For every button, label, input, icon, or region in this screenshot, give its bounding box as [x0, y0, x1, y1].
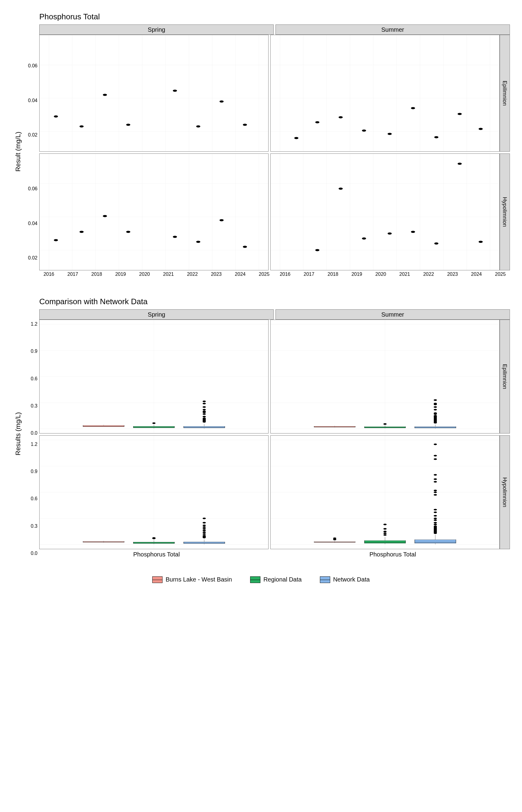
svg-point-61: [196, 241, 200, 243]
x-category-label: Phosphorus Total: [39, 551, 274, 558]
row-facet-header: Hypolimnion: [500, 435, 510, 549]
svg-point-203: [383, 524, 387, 525]
svg-rect-170: [184, 542, 225, 544]
svg-rect-134: [415, 427, 456, 428]
svg-point-150: [434, 403, 437, 404]
chart1-yticks: 0.020.040.060.020.040.06: [24, 24, 39, 279]
svg-rect-160: [83, 542, 124, 542]
legend-item: Network Data: [320, 576, 370, 583]
row-facet-header: Hypolimnion: [500, 154, 510, 270]
svg-rect-206: [415, 540, 456, 544]
chart2-ylabel: Results (mg/L): [14, 412, 22, 455]
chart1-xaxis: 2016201720182019202020212022202320242025…: [39, 271, 510, 279]
svg-point-17: [173, 90, 177, 92]
svg-point-179: [203, 526, 206, 528]
svg-point-81: [411, 231, 415, 233]
svg-point-176: [203, 532, 206, 533]
svg-point-19: [220, 101, 224, 103]
svg-point-177: [203, 530, 206, 531]
svg-point-58: [103, 215, 107, 217]
svg-point-77: [315, 249, 320, 251]
svg-point-202: [383, 528, 387, 530]
box-panel: [270, 435, 500, 549]
col-facet-header: Spring: [39, 309, 274, 320]
svg-point-217: [434, 524, 437, 525]
row-facet-header: Epilimnion: [500, 35, 510, 151]
svg-point-115: [203, 403, 206, 404]
svg-point-79: [362, 238, 366, 240]
legend-item: Regional Data: [250, 576, 302, 583]
svg-point-35: [315, 121, 320, 123]
svg-point-84: [479, 241, 483, 243]
chart2-col-headers: SpringSummer: [39, 309, 510, 320]
svg-rect-97: [133, 427, 174, 428]
chart2-yticks: 0.00.30.60.91.20.00.30.60.91.2: [24, 309, 39, 558]
svg-point-14: [79, 125, 84, 127]
svg-point-113: [203, 409, 206, 410]
svg-rect-125: [314, 426, 355, 427]
svg-point-112: [203, 410, 206, 412]
col-facet-header: Summer: [276, 24, 510, 35]
svg-point-167: [152, 537, 156, 539]
legend-label: Burns Lake - West Basin: [165, 576, 232, 583]
svg-point-224: [434, 494, 437, 496]
svg-point-80: [387, 232, 392, 235]
row-facet-header: Epilimnion: [500, 320, 510, 433]
svg-point-63: [243, 246, 247, 248]
svg-point-144: [434, 415, 437, 417]
scatter-panel: [39, 35, 268, 151]
svg-point-222: [434, 511, 437, 513]
svg-rect-93: [83, 426, 124, 427]
svg-point-34: [294, 137, 299, 139]
svg-point-229: [434, 474, 437, 475]
scatter-panel: [270, 35, 500, 151]
svg-point-147: [434, 409, 437, 410]
svg-point-225: [434, 491, 437, 493]
svg-point-78: [339, 188, 343, 190]
svg-point-13: [54, 116, 58, 118]
svg-point-114: [203, 406, 206, 408]
legend-swatch: [152, 576, 162, 583]
chart1-ylabel: Result (mg/L): [14, 132, 22, 171]
svg-point-216: [434, 525, 437, 527]
svg-point-18: [196, 125, 200, 127]
chart1-panels: [39, 35, 500, 270]
svg-point-62: [220, 219, 224, 221]
svg-point-131: [383, 423, 387, 425]
svg-point-230: [434, 458, 437, 460]
legend-swatch: [320, 576, 330, 583]
svg-point-146: [434, 412, 437, 414]
col-facet-header: Spring: [39, 24, 274, 35]
scatter-facet-chart: Phosphorus Total Result (mg/L) 0.020.040…: [12, 12, 510, 279]
svg-point-151: [434, 399, 437, 401]
svg-point-182: [203, 517, 206, 519]
svg-point-174: [203, 535, 206, 536]
svg-point-199: [383, 534, 387, 535]
box-panel: [39, 320, 268, 433]
svg-point-110: [203, 413, 206, 415]
svg-point-221: [434, 515, 437, 516]
svg-point-219: [434, 519, 437, 521]
chart2-row-headers: EpilimnionHypolimnion: [500, 320, 510, 549]
svg-point-109: [203, 416, 206, 418]
svg-point-57: [79, 231, 84, 233]
svg-point-82: [435, 243, 439, 245]
svg-point-178: [203, 528, 206, 530]
col-facet-header: Summer: [276, 309, 510, 320]
legend-label: Network Data: [333, 576, 370, 583]
boxplot-facet-chart: Comparison with Network Data Results (mg…: [12, 297, 510, 558]
legend: Burns Lake - West BasinRegional DataNetw…: [12, 576, 510, 583]
chart2-title: Comparison with Network Data: [39, 297, 510, 306]
chart2-ylabel-wrap: Results (mg/L): [12, 309, 24, 558]
svg-point-99: [152, 422, 156, 424]
svg-point-194: [333, 537, 337, 539]
svg-point-201: [383, 531, 387, 532]
svg-point-116: [203, 401, 206, 402]
legend-swatch: [250, 576, 260, 583]
svg-point-42: [479, 128, 483, 130]
svg-point-60: [173, 236, 177, 238]
svg-point-56: [54, 239, 58, 241]
box-panel: [270, 320, 500, 433]
svg-point-180: [203, 524, 206, 526]
svg-point-108: [203, 418, 206, 419]
